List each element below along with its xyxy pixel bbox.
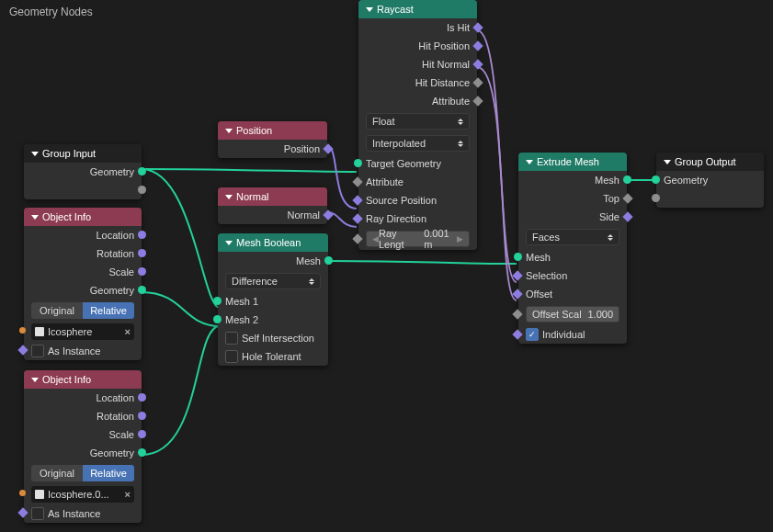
toggle-original[interactable]: Original bbox=[31, 302, 83, 319]
toggle-original-relative[interactable]: Original Relative bbox=[31, 302, 134, 319]
node-title: Object Info bbox=[42, 374, 91, 385]
socket-offset-scale[interactable] bbox=[512, 309, 522, 319]
chevron-down-icon bbox=[31, 378, 39, 382]
checkbox-as-instance[interactable] bbox=[31, 507, 44, 520]
socket-object-in[interactable] bbox=[19, 490, 26, 496]
node-title: Group Input bbox=[42, 148, 96, 159]
socket-is-hit[interactable] bbox=[472, 22, 483, 32]
socket-geometry[interactable] bbox=[138, 448, 146, 457]
output-geometry: Geometry bbox=[24, 444, 142, 462]
socket-mesh1[interactable] bbox=[213, 297, 222, 305]
socket-source-position[interactable] bbox=[352, 195, 362, 205]
output-mesh: Mesh bbox=[218, 252, 328, 270]
socket-ray-length[interactable] bbox=[352, 233, 362, 243]
select-interpolation[interactable]: Interpolated bbox=[366, 135, 470, 152]
checkbox[interactable] bbox=[225, 332, 238, 345]
socket-attribute[interactable] bbox=[472, 96, 483, 106]
node-object-info-1[interactable]: Object Info Location Rotation Scale Geom… bbox=[24, 208, 142, 360]
node-extrude-mesh[interactable]: Extrude Mesh Mesh Top Side Faces Mesh Se… bbox=[518, 153, 627, 344]
select-mode[interactable]: Difference bbox=[225, 273, 321, 289]
socket-hit-distance[interactable] bbox=[472, 77, 483, 87]
socket-target-geometry[interactable] bbox=[354, 159, 362, 167]
checkbox[interactable] bbox=[225, 350, 238, 363]
socket-mesh-out[interactable] bbox=[324, 256, 333, 265]
input-mesh1: Mesh 1 bbox=[218, 292, 328, 311]
node-header[interactable]: Position bbox=[218, 121, 327, 140]
checkbox-as-instance[interactable] bbox=[31, 345, 44, 357]
chevron-down-icon bbox=[225, 195, 233, 199]
toggle-original-relative[interactable]: Original Relative bbox=[31, 465, 134, 481]
output-location: Location bbox=[24, 226, 142, 244]
input-mesh2: Mesh 2 bbox=[218, 311, 328, 329]
input-as-instance[interactable]: As Instance bbox=[24, 342, 142, 360]
socket-selection[interactable] bbox=[512, 270, 522, 280]
node-header[interactable]: Normal bbox=[218, 187, 327, 206]
socket-rotation[interactable] bbox=[138, 412, 146, 420]
socket-geometry[interactable] bbox=[138, 286, 146, 294]
toggle-relative[interactable]: Relative bbox=[83, 302, 134, 319]
field-ray-length[interactable]: ◀ Ray Lengt0.001 m ▶ bbox=[366, 231, 470, 247]
output-geometry[interactable]: Geometry bbox=[24, 163, 142, 181]
object-picker[interactable]: Icosphere × bbox=[31, 323, 134, 340]
node-position[interactable]: Position Position bbox=[218, 121, 327, 158]
node-header[interactable]: Group Input bbox=[24, 144, 142, 163]
socket-as-instance[interactable] bbox=[17, 345, 28, 355]
select-data-type[interactable]: Float bbox=[366, 113, 470, 130]
socket-ray-direction[interactable] bbox=[352, 213, 362, 223]
chevron-down-icon bbox=[664, 160, 671, 164]
node-object-info-2[interactable]: Object Info Location Rotation Scale Geom… bbox=[24, 370, 142, 523]
socket-position[interactable] bbox=[323, 143, 333, 153]
output-empty[interactable] bbox=[24, 181, 142, 199]
socket-mesh-in[interactable] bbox=[514, 253, 522, 261]
socket-as-instance[interactable] bbox=[17, 507, 28, 517]
socket-scale[interactable] bbox=[138, 267, 146, 276]
socket-individual[interactable] bbox=[512, 329, 522, 339]
node-group-input[interactable]: Group Input Geometry bbox=[24, 144, 142, 199]
node-header[interactable]: Object Info bbox=[24, 208, 142, 226]
checkbox-individual[interactable] bbox=[526, 328, 539, 341]
input-individual[interactable]: Individual bbox=[518, 325, 627, 344]
socket-offset[interactable] bbox=[512, 289, 522, 299]
socket-mesh2[interactable] bbox=[213, 315, 222, 323]
node-header[interactable]: Group Output bbox=[656, 153, 764, 171]
output-hit-distance: Hit Distance bbox=[358, 74, 477, 92]
field-offset-scale[interactable]: Offset Scal 1.000 bbox=[526, 306, 620, 323]
chevron-down-icon bbox=[225, 129, 233, 133]
socket-empty-in[interactable] bbox=[652, 194, 660, 202]
node-header[interactable]: Raycast bbox=[358, 0, 477, 18]
node-raycast[interactable]: Raycast Is Hit Hit Position Hit Normal H… bbox=[358, 0, 477, 250]
socket-geometry-out[interactable] bbox=[138, 167, 146, 175]
socket-location[interactable] bbox=[138, 393, 146, 402]
toggle-relative[interactable]: Relative bbox=[83, 465, 134, 481]
input-as-instance[interactable]: As Instance bbox=[24, 504, 142, 523]
node-header[interactable]: Extrude Mesh bbox=[518, 153, 627, 171]
node-header[interactable]: Object Info bbox=[24, 370, 142, 389]
object-picker[interactable]: Icosphere.0... × bbox=[31, 486, 134, 503]
socket-empty-out[interactable] bbox=[138, 186, 146, 194]
mesh-icon bbox=[35, 327, 44, 336]
node-mesh-boolean[interactable]: Mesh Boolean Mesh Difference Mesh 1 Mesh… bbox=[218, 233, 328, 366]
socket-object-in[interactable] bbox=[19, 327, 26, 334]
socket-rotation[interactable] bbox=[138, 249, 146, 257]
input-self-intersection[interactable]: Self Intersection bbox=[218, 329, 328, 347]
node-group-output[interactable]: Group Output Geometry bbox=[656, 153, 764, 208]
node-header[interactable]: Mesh Boolean bbox=[218, 233, 328, 252]
select-mode[interactable]: Faces bbox=[526, 229, 620, 245]
input-ray-direction: Ray Direction bbox=[358, 209, 477, 228]
node-normal[interactable]: Normal Normal bbox=[218, 187, 327, 224]
socket-location[interactable] bbox=[138, 231, 146, 239]
clear-icon[interactable]: × bbox=[125, 489, 131, 500]
socket-hit-normal[interactable] bbox=[472, 59, 483, 69]
socket-hit-position[interactable] bbox=[472, 40, 483, 51]
socket-side[interactable] bbox=[622, 211, 632, 221]
socket-attribute-in[interactable] bbox=[352, 176, 362, 187]
socket-scale[interactable] bbox=[138, 430, 146, 438]
node-title: Group Output bbox=[675, 156, 736, 167]
socket-geometry-in[interactable] bbox=[652, 175, 660, 184]
toggle-original[interactable]: Original bbox=[31, 465, 83, 481]
socket-top[interactable] bbox=[622, 193, 632, 203]
input-hole-tolerant[interactable]: Hole Tolerant bbox=[218, 347, 328, 366]
socket-mesh-out[interactable] bbox=[623, 175, 631, 184]
clear-icon[interactable]: × bbox=[125, 326, 131, 337]
socket-normal[interactable] bbox=[323, 209, 333, 220]
